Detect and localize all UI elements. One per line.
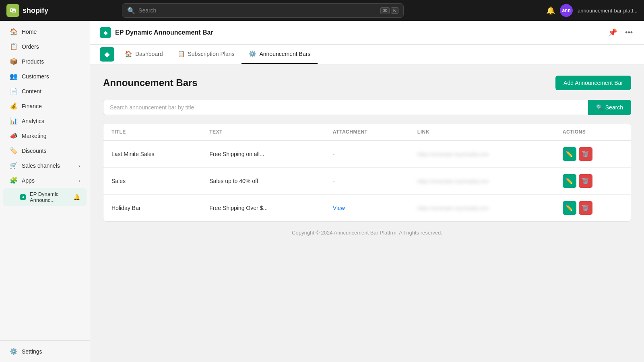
announcement-nav-icon: ⚙️: [249, 50, 256, 58]
products-icon: 📦: [10, 58, 18, 65]
row1-link-blurred: https://example.myshopify.com: [417, 151, 489, 157]
sidebar-item-sales-channels[interactable]: 🛒 Sales channels ›: [3, 158, 87, 173]
sidebar-item-discounts[interactable]: 🏷️ Discounts: [3, 144, 87, 158]
subscription-nav-icon: 📋: [178, 50, 185, 58]
shopify-wordmark: shopify: [23, 6, 48, 15]
discounts-icon: 🏷️: [10, 147, 18, 154]
app-header-right: 📌 •••: [607, 27, 634, 39]
settings-icon: ⚙️: [10, 348, 18, 355]
tab-dashboard-label: Dashboard: [135, 51, 163, 57]
pin-icon[interactable]: 📌: [607, 27, 619, 39]
row2-link: https://example.myshopify.com: [409, 168, 555, 195]
user-name-label: announcement-bar-platf...: [578, 8, 638, 14]
search-icon: 🔍: [127, 7, 135, 14]
row1-link: https://example.myshopify.com: [409, 141, 555, 168]
row3-view-link[interactable]: View: [333, 205, 345, 211]
settings-label: Settings: [22, 348, 42, 355]
tab-subscription-plans[interactable]: 📋 Subscription Plans: [170, 45, 242, 64]
announcement-search-input[interactable]: [103, 100, 588, 115]
apps-label: Apps: [22, 177, 35, 184]
col-text: TEXT: [201, 123, 325, 141]
sidebar-item-settings[interactable]: ⚙️ Settings: [3, 344, 87, 358]
row2-attachment: -: [325, 168, 409, 195]
sidebar-item-marketing[interactable]: 📣 Marketing: [3, 129, 87, 143]
k-key: K: [391, 7, 398, 14]
row1-action-btns: ✏️ 🗑️: [563, 147, 623, 161]
search-input-wrap: [103, 100, 588, 115]
chevron-right-icon: ›: [78, 162, 80, 169]
row2-title: Sales: [103, 168, 201, 195]
sidebar-item-label: Products: [22, 58, 44, 65]
apps-icon: 🧩: [10, 177, 18, 184]
row2-edit-button[interactable]: ✏️: [563, 174, 576, 188]
table-row: Last Minite Sales Free Shipping on all..…: [103, 141, 631, 168]
page-title: Announcement Bars: [103, 77, 198, 88]
row2-action-btns: ✏️ 🗑️: [563, 174, 623, 188]
shopify-bag-icon: 🛍: [6, 4, 19, 17]
global-search-input[interactable]: [138, 7, 377, 14]
ep-dynamic-app-label: EP Dynamic Announc...: [30, 191, 69, 203]
sidebar-item-ep-dynamic[interactable]: EP Dynamic Announc... 🔔: [3, 188, 87, 206]
col-attachment: ATTACHMENT: [325, 123, 409, 141]
shopify-logo: 🛍 shopify: [6, 4, 48, 17]
row1-attachment: -: [325, 141, 409, 168]
sales-channels-label: Sales channels: [22, 162, 60, 169]
sidebar-item-products[interactable]: 📦 Products: [3, 54, 87, 68]
sidebar-item-analytics[interactable]: 📊 Analytics: [3, 114, 87, 128]
col-actions: ACTIONS: [555, 123, 631, 141]
row3-action-btns: ✏️ 🗑️: [563, 201, 623, 215]
row1-actions: ✏️ 🗑️: [555, 141, 631, 168]
announcement-table: TITLE TEXT ATTACHMENT LINK ACTIONS Last …: [103, 123, 631, 222]
app-logo-icon: ◆: [100, 27, 111, 38]
tab-dashboard[interactable]: 🏠 Dashboard: [118, 45, 170, 64]
search-shortcut: ⌘ K: [380, 7, 398, 14]
sidebar-item-label: Analytics: [22, 118, 44, 124]
customers-icon: 👥: [10, 72, 18, 80]
app-nav: ◆ 🏠 Dashboard 📋 Subscription Plans ⚙️ An…: [90, 45, 644, 64]
row2-actions: ✏️ 🗑️: [555, 168, 631, 195]
sidebar-item-apps[interactable]: 🧩 Apps ›: [3, 173, 87, 187]
content-icon: 📄: [10, 87, 18, 95]
row2-delete-button[interactable]: 🗑️: [579, 174, 592, 188]
sidebar-item-home[interactable]: 🏠 Home: [3, 25, 87, 39]
more-options-icon[interactable]: •••: [623, 27, 634, 39]
row2-link-blurred: https://example.myshopify.com: [417, 178, 489, 184]
row1-title: Last Minite Sales: [103, 141, 201, 168]
sidebar-item-label: Finance: [22, 103, 42, 109]
row1-edit-button[interactable]: ✏️: [563, 147, 576, 161]
orders-icon: 📋: [10, 43, 18, 50]
row3-link: https://example.myshopify.com: [409, 195, 555, 222]
topbar: 🛍 shopify 🔍 ⌘ K 🔔 ann announcement-bar-p…: [0, 0, 644, 21]
user-avatar[interactable]: ann: [560, 4, 573, 17]
sidebar-item-content[interactable]: 📄 Content: [3, 84, 87, 98]
row3-title: Holiday Bar: [103, 195, 201, 222]
analytics-icon: 📊: [10, 117, 18, 125]
row3-link-blurred: https://example.myshopify.com: [417, 205, 489, 211]
sidebar-item-orders[interactable]: 📋 Orders: [3, 39, 87, 53]
settings-bell-icon: 🔔: [73, 194, 80, 200]
sidebar-item-label: Discounts: [22, 148, 46, 154]
global-search-bar[interactable]: 🔍 ⌘ K: [122, 3, 404, 18]
tab-announcement-bars[interactable]: ⚙️ Announcement Bars: [242, 45, 318, 64]
page-header: Announcement Bars Add Announcement Bar: [103, 76, 631, 90]
finance-icon: 💰: [10, 102, 18, 110]
app-nav-logo: ◆: [100, 47, 114, 62]
col-title: TITLE: [103, 123, 201, 141]
tab-announcement-label: Announcement Bars: [259, 51, 310, 57]
notification-bell-icon[interactable]: 🔔: [546, 6, 555, 15]
sidebar-item-finance[interactable]: 💰 Finance: [3, 99, 87, 113]
app-header-left: ◆ EP Dynamic Announcement Bar: [100, 27, 213, 38]
sidebar-item-label: Home: [22, 29, 37, 35]
row3-edit-button[interactable]: ✏️: [563, 201, 576, 215]
row3-delete-button[interactable]: 🗑️: [579, 201, 592, 215]
row1-delete-button[interactable]: 🗑️: [579, 147, 592, 161]
add-announcement-bar-button[interactable]: Add Announcement Bar: [555, 76, 631, 90]
sidebar-item-label: Content: [22, 88, 41, 95]
marketing-icon: 📣: [10, 132, 18, 140]
app-header: ◆ EP Dynamic Announcement Bar 📌 •••: [90, 21, 644, 45]
sidebar-item-label: Orders: [22, 43, 39, 50]
app-header-title: EP Dynamic Announcement Bar: [115, 29, 213, 36]
sidebar-item-customers[interactable]: 👥 Customers: [3, 69, 87, 83]
row3-text: Free Shipping Over $...: [201, 195, 325, 222]
search-button[interactable]: 🔍 Search: [588, 100, 631, 115]
